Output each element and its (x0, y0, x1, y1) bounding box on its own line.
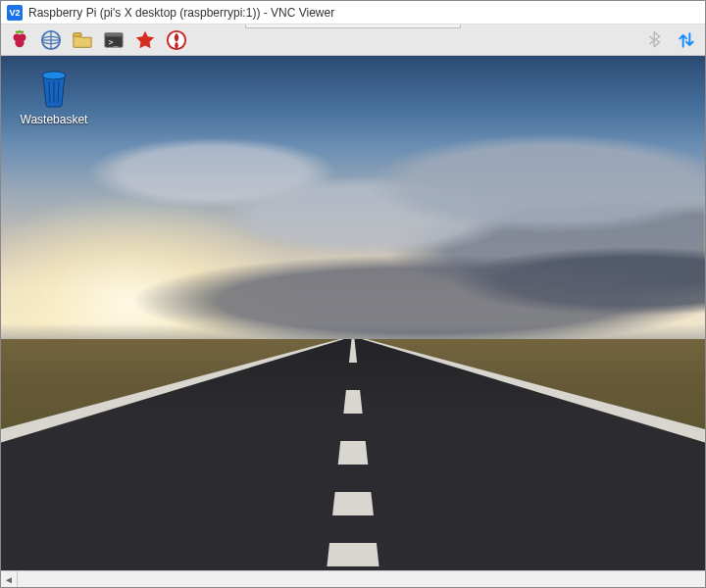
svg-point-13 (42, 72, 66, 79)
vnc-viewer-window: V2 Raspberry Pi (pi's X desktop (raspber… (0, 0, 706, 588)
menu-raspberry-icon[interactable] (9, 29, 30, 51)
desktop-icon-label: Wastebasket (21, 113, 88, 126)
window-title: Raspberry Pi (pi's X desktop (raspberryp… (28, 6, 334, 20)
file-manager-icon[interactable] (72, 29, 93, 51)
wolfram-icon[interactable] (166, 29, 187, 51)
wastebasket-icon (34, 66, 74, 109)
svg-text:>_: >_ (109, 36, 119, 46)
pi-taskbar: >_ (1, 24, 705, 56)
vnc-app-icon: V2 (7, 5, 23, 21)
bluetooth-icon[interactable] (644, 29, 666, 51)
pi-desktop[interactable]: Wastebasket (1, 56, 705, 570)
mathematica-icon[interactable] (134, 29, 156, 51)
taskbar-center-notch (245, 24, 461, 28)
network-updown-icon[interactable] (676, 29, 697, 51)
svg-marker-11 (136, 30, 154, 47)
web-browser-icon[interactable] (40, 29, 62, 51)
scroll-left-button[interactable]: ◄ (1, 571, 18, 587)
taskbar-tray (644, 29, 697, 51)
taskbar-launchers: >_ (9, 29, 187, 51)
terminal-icon[interactable]: >_ (103, 29, 125, 51)
horizontal-scrollbar[interactable]: ◄ (1, 570, 705, 587)
svg-point-2 (15, 38, 24, 47)
wallpaper-road (1, 56, 705, 570)
svg-rect-7 (74, 32, 81, 36)
desktop-icon-wastebasket[interactable]: Wastebasket (15, 66, 93, 126)
titlebar[interactable]: V2 Raspberry Pi (pi's X desktop (raspber… (1, 1, 705, 24)
